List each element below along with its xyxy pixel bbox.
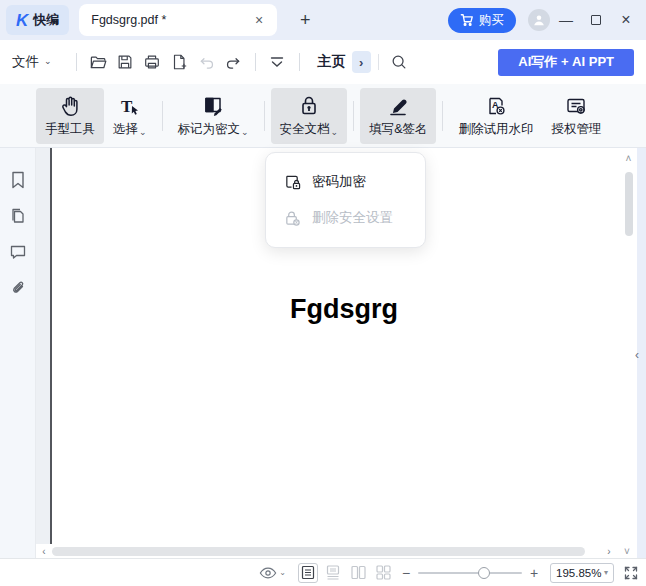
zoom-slider[interactable] (418, 566, 522, 580)
app-logo-icon: K (16, 12, 28, 29)
license-gear-icon (564, 94, 588, 118)
single-page-mode-button[interactable] (298, 563, 318, 583)
close-window-button[interactable]: × (612, 6, 640, 34)
home-next-button[interactable]: › (352, 51, 371, 73)
statusbar: ⌄ − + 195.85% ▾ (0, 558, 646, 586)
scroll-right-arrow[interactable]: › (601, 546, 617, 557)
chevron-down-icon: ⌄ (139, 127, 147, 137)
app-name: 快编 (33, 11, 59, 29)
tool-label: 安全文档⌄ (280, 121, 339, 138)
tool-license-management[interactable]: 授权管理 (542, 88, 610, 144)
menu-item-label: 密码加密 (312, 173, 366, 191)
toolbar: 手型工具 T 选择⌄ 标记为密文⌄ 安全文档⌄ (0, 84, 646, 148)
search-icon (390, 53, 408, 71)
sidebar-stub (0, 544, 36, 558)
continuous-mode-button[interactable] (323, 563, 343, 583)
maximize-button[interactable] (582, 6, 610, 34)
ai-writer-button[interactable]: AI写作 + AI PPT (498, 49, 634, 76)
tool-remove-watermark[interactable]: A 删除试用水印 (449, 88, 542, 144)
pages-panel-button[interactable] (8, 206, 28, 226)
search-button[interactable] (386, 49, 413, 76)
menu-item-remove-security[interactable]: 删除安全设置 (266, 200, 425, 236)
vertical-scrollbar[interactable]: ˄ (620, 148, 637, 544)
new-tab-button[interactable]: + (293, 10, 317, 31)
tool-select[interactable]: T 选择⌄ (104, 88, 156, 144)
print-button[interactable] (139, 49, 166, 76)
user-avatar[interactable] (528, 9, 550, 31)
zoom-out-button[interactable]: − (398, 565, 414, 581)
lock-icon (297, 94, 321, 118)
open-file-button[interactable] (85, 49, 112, 76)
menubar-thin-separator (378, 54, 379, 70)
app-window: K 快编 Fgdsgrg.pdf * × + 购买 — × 文件 ⌄ (0, 0, 646, 586)
document-tab[interactable]: Fgdsgrg.pdf * × (79, 4, 277, 36)
view-mode-button[interactable]: ⌄ (259, 566, 286, 580)
right-panel-strip: ‹ (637, 148, 646, 544)
save-icon (116, 53, 134, 71)
save-button[interactable] (112, 49, 139, 76)
redo-icon (225, 54, 242, 71)
tool-fill-sign[interactable]: 填写&签名 (360, 88, 436, 144)
redact-doc-icon (201, 94, 225, 118)
single-page-icon (301, 565, 315, 580)
person-icon (532, 13, 546, 27)
comments-panel-button[interactable] (8, 242, 28, 262)
tool-label: 删除试用水印 (458, 121, 533, 138)
file-menu[interactable]: 文件 ⌄ (12, 53, 52, 71)
zoom-in-button[interactable]: + (526, 565, 542, 581)
right-strip-stub (637, 544, 646, 558)
horizontal-scroll-thumb[interactable] (52, 547, 585, 556)
zoom-slider-handle[interactable] (478, 567, 490, 579)
fullscreen-button[interactable] (624, 566, 638, 580)
scroll-down-arrow[interactable]: ˅ (617, 546, 637, 557)
page-text[interactable]: Fgdsgrg (290, 294, 398, 325)
lock-remove-icon (284, 210, 301, 227)
chevron-down-icon: ⌄ (279, 568, 286, 577)
menubar-separator (299, 53, 300, 71)
collapse-toolbar-button[interactable] (264, 49, 291, 76)
folder-icon (89, 53, 108, 72)
add-page-button[interactable] (166, 49, 193, 76)
right-panel-toggle[interactable]: ‹ (635, 348, 639, 362)
app-logo[interactable]: K 快编 (6, 5, 69, 35)
undo-button[interactable] (193, 49, 220, 76)
scroll-up-arrow[interactable]: ˄ (620, 148, 637, 164)
tool-secure-document[interactable]: 安全文档⌄ (271, 88, 348, 144)
buy-button[interactable]: 购买 (448, 8, 516, 33)
maximize-icon (591, 15, 601, 25)
tool-hand[interactable]: 手型工具 (36, 88, 104, 144)
menu-item-label: 删除安全设置 (312, 209, 393, 227)
titlebar: K 快编 Fgdsgrg.pdf * × + 购买 — × (0, 0, 646, 40)
facing-mode-button[interactable] (348, 563, 368, 583)
page-plus-icon (170, 53, 188, 71)
buy-label: 购买 (479, 12, 504, 29)
home-tab-label[interactable]: 主页 (318, 53, 346, 71)
tool-label: 手型工具 (45, 121, 95, 138)
eye-icon (259, 566, 277, 580)
tab-close-icon[interactable]: × (253, 12, 265, 28)
vertical-scroll-thumb[interactable] (625, 172, 633, 236)
minimize-button[interactable]: — (552, 6, 580, 34)
chevron-down-icon: ⌄ (44, 56, 52, 66)
text-select-icon: T (118, 94, 142, 118)
doc-lock-icon (284, 174, 301, 191)
facing-pages-icon (351, 565, 366, 580)
tool-label: 标记为密文⌄ (178, 121, 249, 138)
redo-button[interactable] (220, 49, 247, 76)
security-dropdown-menu: 密码加密 删除安全设置 (265, 152, 426, 248)
horizontal-scroll-track[interactable] (52, 544, 601, 558)
attachments-panel-button[interactable] (8, 278, 28, 298)
bookmark-icon (10, 171, 26, 189)
grid-mode-button[interactable] (373, 563, 393, 583)
menu-item-password-encrypt[interactable]: 密码加密 (266, 164, 425, 200)
left-panel-sidebar (0, 148, 36, 544)
tool-redact[interactable]: 标记为密文⌄ (169, 88, 258, 144)
scroll-left-arrow[interactable]: ‹ (36, 546, 52, 557)
bookmarks-panel-button[interactable] (8, 170, 28, 190)
undo-icon (198, 54, 215, 71)
pages-icon (9, 207, 27, 225)
zoom-level-select[interactable]: 195.85% ▾ (550, 563, 614, 583)
chevron-down-icon: ⌄ (331, 127, 339, 137)
toolbar-separator (442, 101, 443, 131)
collapse-chevron-icon (269, 55, 285, 69)
